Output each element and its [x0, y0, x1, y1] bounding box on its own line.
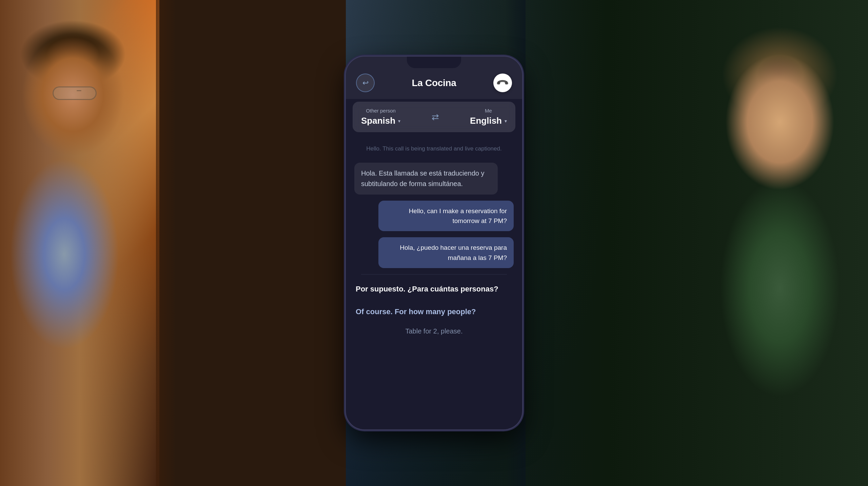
other-person-lang: Other person Spanish ▾ [361, 108, 400, 126]
message-current-me: Of course. For how many people? [354, 303, 514, 320]
person-left-figure [0, 0, 159, 486]
back-icon: ↩ [362, 79, 369, 87]
end-call-button[interactable]: 📞 [493, 74, 512, 92]
system-message: Hello. This call is being translated and… [354, 141, 514, 157]
phone-notch [407, 57, 461, 68]
other-person-label: Other person [366, 108, 396, 114]
my-language-select[interactable]: English ▾ [470, 116, 507, 126]
phone-screen: ↩ La Cocina 📞 Other person Spanish ▾ ⇄ [346, 57, 522, 429]
end-call-icon: 📞 [496, 76, 510, 90]
other-language-chevron: ▾ [398, 118, 400, 124]
message-me-1: Hello, can I make a reservation for tomo… [378, 201, 514, 231]
message-me-translation-1: Hola, ¿puedo hacer una reserva para maña… [378, 237, 514, 268]
my-language-chevron: ▾ [505, 118, 507, 124]
message-divider [361, 274, 507, 275]
call-title: La Cocina [412, 78, 456, 88]
overlay-left [156, 0, 176, 486]
me-label: Me [485, 108, 492, 114]
messages-area: Hello. This call is being translated and… [346, 138, 522, 429]
swap-languages-button[interactable]: ⇄ [432, 112, 439, 122]
glasses-detail [53, 86, 97, 100]
other-language-name: Spanish [361, 116, 395, 126]
back-button[interactable]: ↩ [356, 74, 375, 92]
other-language-select[interactable]: Spanish ▾ [361, 116, 400, 126]
message-partial: Table for 2, please. [354, 326, 514, 336]
phone-frame: ↩ La Cocina 📞 Other person Spanish ▾ ⇄ [346, 57, 522, 429]
my-lang: Me English ▾ [470, 108, 507, 126]
language-selector: Other person Spanish ▾ ⇄ Me English ▾ [353, 102, 515, 132]
phone-container: ↩ La Cocina 📞 Other person Spanish ▾ ⇄ [342, 0, 526, 486]
message-other-1: Hola. Esta llamada se está traduciendo y… [354, 163, 498, 195]
message-current-other: Por supuesto. ¿Para cuántas personas? [354, 281, 514, 297]
my-language-name: English [470, 116, 502, 126]
